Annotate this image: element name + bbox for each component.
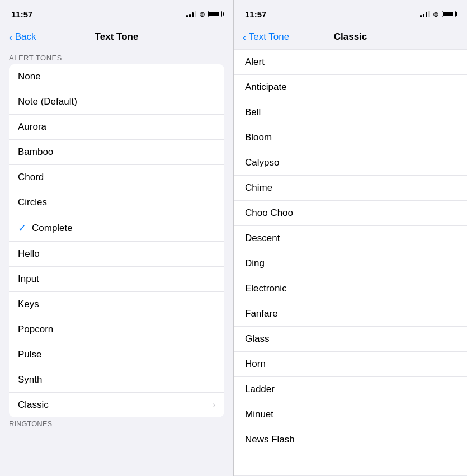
alert-tone-label-input: Input: [18, 274, 215, 285]
classic-tone-ladder[interactable]: Ladder: [234, 377, 467, 402]
checkmark-icon: ✓: [18, 222, 26, 234]
alert-tones-list: NoneNote (Default)AuroraBambooChordCircl…: [9, 64, 224, 417]
left-status-icons: ⊜: [186, 10, 222, 18]
classic-tone-bell[interactable]: Bell: [234, 100, 467, 125]
alert-tone-aurora[interactable]: Aurora: [9, 115, 224, 140]
classic-tone-label-electronic: Electronic: [245, 283, 287, 294]
alert-tone-chord[interactable]: Chord: [9, 165, 224, 190]
alert-tone-hello[interactable]: Hello: [9, 242, 224, 267]
right-back-button[interactable]: ‹ Text Tone: [243, 31, 289, 43]
alert-tone-label-keys: Keys: [18, 299, 215, 310]
alert-tone-label-classic: Classic: [18, 399, 213, 411]
left-status-bar: 11:57 ⊜: [0, 0, 233, 25]
alert-tone-label-circles: Circles: [18, 197, 215, 208]
classic-tone-label-choo-choo: Choo Choo: [245, 208, 293, 219]
left-content: ALERT TONES NoneNote (Default)AuroraBamb…: [0, 49, 233, 476]
classic-tone-horn[interactable]: Horn: [234, 352, 467, 377]
classic-tone-label-glass: Glass: [245, 333, 269, 345]
left-nav-title: Text Tone: [95, 31, 139, 43]
left-back-chevron-icon: ‹: [9, 31, 13, 43]
classic-tone-chime[interactable]: Chime: [234, 176, 467, 201]
ringtones-header: RINGTONES: [0, 417, 233, 432]
classic-tone-bloom[interactable]: Bloom: [234, 125, 467, 150]
alert-tone-none[interactable]: None: [9, 64, 224, 89]
alert-tone-label-hello: Hello: [18, 248, 215, 260]
classic-tones-list: AlertAnticipateBellBloomCalypsoChimeChoo…: [234, 49, 467, 476]
classic-tone-ding[interactable]: Ding: [234, 251, 467, 276]
classic-tone-glass[interactable]: Glass: [234, 327, 467, 352]
alert-tones-header: ALERT TONES: [0, 49, 233, 64]
classic-tone-news-flash[interactable]: News Flash: [234, 427, 467, 452]
left-nav-bar: ‹ Back Text Tone: [0, 25, 233, 49]
alert-tone-label-synth: Synth: [18, 374, 215, 385]
alert-tone-synth[interactable]: Synth: [9, 367, 224, 393]
classic-tone-label-anticipate: Anticipate: [245, 82, 287, 93]
alert-tone-label-aurora: Aurora: [18, 121, 215, 133]
alert-tone-note-default[interactable]: Note (Default): [9, 89, 224, 115]
classic-tone-calypso[interactable]: Calypso: [234, 150, 467, 176]
classic-tone-label-ding: Ding: [245, 258, 265, 269]
classic-tone-choo-choo[interactable]: Choo Choo: [234, 201, 467, 226]
alert-tone-classic[interactable]: Classic›: [9, 393, 224, 417]
alert-tone-label-bamboo: Bamboo: [18, 147, 215, 158]
alert-tone-label-pulse: Pulse: [18, 349, 215, 360]
alert-tone-label-note-default: Note (Default): [18, 96, 215, 107]
left-status-time: 11:57: [11, 10, 32, 19]
left-back-button[interactable]: ‹ Back: [9, 31, 36, 43]
left-back-label: Back: [15, 31, 36, 43]
alert-tone-pulse[interactable]: Pulse: [9, 342, 224, 367]
alert-tone-label-popcorn: Popcorn: [18, 324, 215, 335]
right-battery-icon: [442, 11, 456, 17]
alert-tone-label-none: None: [18, 71, 215, 82]
left-panel: 11:57 ⊜ ‹ Back Text Tone ALERT TONES Non…: [0, 0, 234, 476]
right-nav-bar: ‹ Text Tone Classic: [234, 25, 467, 49]
alert-tone-input[interactable]: Input: [9, 267, 224, 292]
chevron-right-icon: ›: [213, 400, 215, 410]
left-signal-icon: [186, 11, 196, 17]
right-panel: 11:57 ⊜ ‹ Text Tone Classic AlertAnticip…: [234, 0, 467, 476]
classic-tone-label-ladder: Ladder: [245, 384, 275, 395]
right-signal-icon: [420, 11, 430, 17]
classic-tone-alert[interactable]: Alert: [234, 50, 467, 75]
classic-tone-label-descent: Descent: [245, 233, 280, 244]
alert-tone-keys[interactable]: Keys: [9, 292, 224, 317]
right-back-chevron-icon: ‹: [243, 31, 247, 43]
classic-tone-minuet[interactable]: Minuet: [234, 402, 467, 427]
right-status-bar: 11:57 ⊜: [234, 0, 467, 25]
alert-tone-label-chord: Chord: [18, 172, 215, 183]
classic-tone-label-bloom: Bloom: [245, 132, 272, 143]
alert-tone-circles[interactable]: Circles: [9, 190, 224, 215]
classic-tone-label-chime: Chime: [245, 182, 272, 194]
classic-tone-label-minuet: Minuet: [245, 409, 273, 420]
left-wifi-icon: ⊜: [199, 10, 205, 18]
classic-tone-anticipate[interactable]: Anticipate: [234, 75, 467, 100]
left-battery-icon: [208, 11, 222, 17]
classic-tone-fanfare[interactable]: Fanfare: [234, 301, 467, 327]
right-status-icons: ⊜: [420, 10, 456, 18]
alert-tone-popcorn[interactable]: Popcorn: [9, 317, 224, 342]
right-status-time: 11:57: [245, 10, 266, 19]
classic-tone-label-alert: Alert: [245, 56, 265, 68]
classic-tone-label-calypso: Calypso: [245, 157, 279, 168]
alert-tone-complete[interactable]: ✓Complete: [9, 215, 224, 242]
right-nav-title: Classic: [334, 31, 367, 43]
right-back-label: Text Tone: [249, 31, 289, 43]
alert-tone-bamboo[interactable]: Bamboo: [9, 140, 224, 165]
classic-tone-label-bell: Bell: [245, 107, 261, 118]
classic-tone-label-news-flash: News Flash: [245, 434, 295, 445]
right-wifi-icon: ⊜: [433, 10, 439, 18]
classic-tone-label-fanfare: Fanfare: [245, 308, 278, 319]
classic-tone-electronic[interactable]: Electronic: [234, 276, 467, 301]
classic-tone-descent[interactable]: Descent: [234, 226, 467, 251]
alert-tone-label-complete: Complete: [32, 223, 215, 234]
classic-tone-label-horn: Horn: [245, 359, 266, 370]
